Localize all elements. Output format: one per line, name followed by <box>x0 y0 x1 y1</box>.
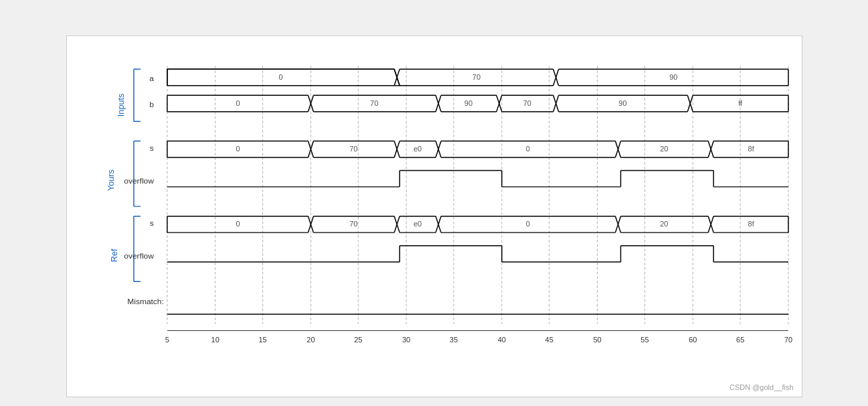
waveform-svg: .grid-line { stroke: #b0b0b0; stroke-wid… <box>107 50 788 370</box>
svg-text:8f: 8f <box>748 220 754 228</box>
svg-text:50: 50 <box>593 336 601 344</box>
svg-text:Ref: Ref <box>108 249 118 262</box>
svg-text:10: 10 <box>211 336 219 344</box>
svg-text:25: 25 <box>354 336 362 344</box>
svg-text:overflow: overflow <box>124 176 154 186</box>
svg-text:s: s <box>149 219 153 228</box>
svg-text:0: 0 <box>236 99 240 107</box>
svg-text:Yours: Yours <box>105 170 115 191</box>
watermark: CSDN @gold__fish <box>729 383 794 391</box>
svg-text:5: 5 <box>165 336 169 344</box>
svg-text:90: 90 <box>669 73 677 81</box>
svg-text:8f: 8f <box>748 145 754 153</box>
svg-text:30: 30 <box>402 336 410 344</box>
svg-text:90: 90 <box>618 99 626 107</box>
svg-text:70: 70 <box>472 73 480 81</box>
svg-text:65: 65 <box>736 336 744 344</box>
svg-text:90: 90 <box>464 99 472 107</box>
svg-text:0: 0 <box>525 220 529 228</box>
svg-text:e0: e0 <box>413 220 421 228</box>
svg-text:ff: ff <box>738 99 743 107</box>
svg-text:55: 55 <box>640 336 648 344</box>
svg-text:45: 45 <box>545 336 553 344</box>
svg-text:0: 0 <box>236 220 240 228</box>
svg-text:e0: e0 <box>413 145 421 153</box>
chart-container: .grid-line { stroke: #b0b0b0; stroke-wid… <box>66 36 802 397</box>
svg-text:s: s <box>149 143 153 153</box>
svg-text:70: 70 <box>370 99 378 107</box>
svg-text:0: 0 <box>278 73 282 81</box>
svg-text:35: 35 <box>449 336 457 344</box>
svg-text:70: 70 <box>349 145 357 153</box>
svg-text:15: 15 <box>258 336 266 344</box>
svg-text:70: 70 <box>784 336 792 344</box>
svg-text:40: 40 <box>497 336 505 344</box>
svg-text:70: 70 <box>523 99 531 107</box>
svg-text:20: 20 <box>660 220 668 228</box>
svg-text:0: 0 <box>525 145 529 153</box>
waveform-area: .grid-line { stroke: #b0b0b0; stroke-wid… <box>107 50 788 370</box>
svg-text:overflow: overflow <box>124 251 154 261</box>
svg-text:b: b <box>149 100 154 109</box>
svg-text:20: 20 <box>660 145 668 153</box>
outer-container: .grid-line { stroke: #b0b0b0; stroke-wid… <box>13 13 855 406</box>
svg-text:Inputs: Inputs <box>115 94 125 117</box>
svg-text:0: 0 <box>236 145 240 153</box>
svg-text:20: 20 <box>307 336 315 344</box>
svg-text:a: a <box>149 74 154 83</box>
svg-text:60: 60 <box>689 336 697 344</box>
svg-text:Mismatch:: Mismatch: <box>127 297 164 307</box>
svg-text:70: 70 <box>349 220 357 228</box>
